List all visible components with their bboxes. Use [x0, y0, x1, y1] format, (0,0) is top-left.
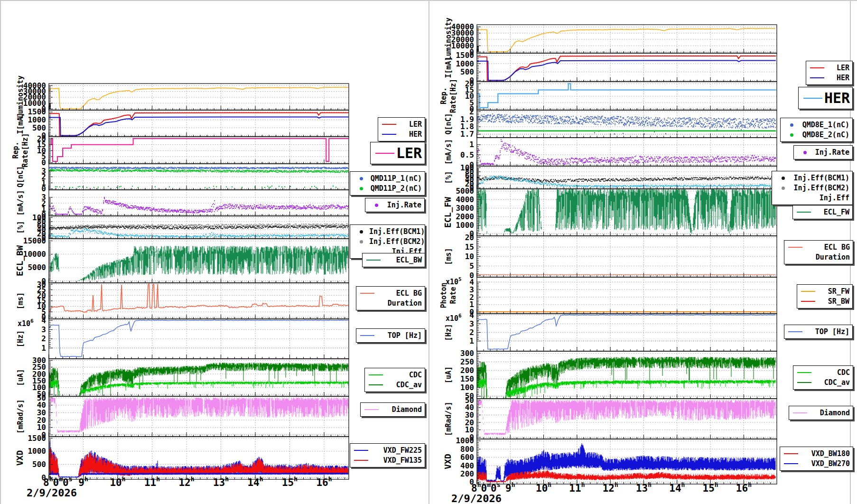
legend-dot-marker: [775, 177, 791, 180]
legend-line-marker: [368, 374, 384, 375]
legend-line-marker: [353, 450, 369, 451]
legend-label: SR_BW: [816, 297, 849, 306]
legend-label: Inj.Eff(BCM1): [791, 174, 849, 182]
legend-label: Inj.Rate: [384, 201, 421, 209]
legend-item: Inj.Eff(BCM1): [353, 227, 422, 236]
legend-item: QMD8E_2(nC): [783, 131, 849, 139]
y-tick-label: 1000: [456, 221, 474, 230]
legend-item: ECL BG: [787, 243, 850, 252]
legend-item: TOP [Hz]: [359, 331, 422, 340]
legend-item: VXD_BW180: [783, 449, 850, 458]
legend-diamond: Diamond: [789, 406, 853, 420]
legend-sr-fw: SR_FWSR_BW: [797, 284, 853, 308]
legend-label: LER: [825, 64, 849, 72]
legend-label: LER: [396, 145, 422, 161]
legend-label: SR_FW: [816, 287, 849, 296]
subplot-inj-rate: 00.51[mA/s]: [444, 138, 777, 169]
y-tick-label: 600: [460, 453, 474, 462]
y-tick-label: 50: [465, 396, 474, 405]
legend-label: Inj.Rate: [813, 148, 849, 157]
legend-line-marker: [800, 291, 816, 292]
y-tick-label: 2: [469, 328, 474, 337]
legend-item: Inj.Eff(BCM1): [775, 174, 849, 182]
legend-label: Inj.Eff: [791, 194, 849, 202]
legend-qmd8e-1-nc-: QMD8E_1(nC)QMD8E_2(nC): [780, 118, 853, 142]
legend-item: CDC_av: [796, 378, 850, 387]
legend-ecl-fw: ECL_FW: [792, 205, 853, 219]
y-tick-label: 10: [465, 252, 474, 261]
legend-dot-marker: [353, 187, 369, 190]
legend-dot-marker: [797, 151, 813, 154]
y-axis-title: Photon: [439, 282, 448, 308]
legend-label: QMD11P_2(nC): [369, 184, 422, 193]
legend-item: LER: [381, 120, 422, 129]
y-tick-label: 100: [460, 383, 474, 392]
right-plot-canvas: 010000200003000040000Luminosity050010001…: [0, 0, 857, 504]
legend-ecl-bg: ECL BGDuration: [356, 286, 425, 310]
legend-line-marker: [796, 212, 812, 213]
legend-ecl-bg: ECL BGDuration: [784, 240, 853, 264]
legend-label: HER: [397, 130, 422, 139]
subplot-rep-rate: 05101520Rep.Rate[Hz]: [439, 79, 777, 113]
y-tick-label: 5: [469, 261, 474, 271]
legend-dot-marker: [368, 204, 384, 207]
legend-item: Inj.Eff(BCM2): [353, 237, 422, 246]
legend-vxd-fw225: VXD_FW225VXD_FW135: [350, 443, 425, 467]
legend-line-marker: [787, 247, 803, 248]
legend-dot-marker: [783, 123, 800, 127]
legend-dot-marker: [353, 177, 369, 180]
legend-item: LER: [373, 145, 422, 161]
y-tick-label: 1: [469, 140, 474, 149]
y-tick-label: 200: [460, 469, 474, 478]
y-axis-title: Rate[Hz]: [449, 79, 457, 113]
legend-label: TOP [Hz]: [803, 327, 849, 336]
legend-label: CDC: [812, 368, 850, 377]
legend-label: VXD_BW270: [799, 459, 850, 468]
subplot-cdc-current: 50100150200250300[uA]: [444, 349, 777, 401]
legend-line-marker: [787, 331, 803, 332]
legend-label: ECL BG: [375, 289, 422, 298]
legend-cdc: CDCCDC_av: [364, 368, 425, 392]
legend-label: ECL_FW: [812, 208, 849, 216]
legend-item: Inj.Rate: [368, 201, 421, 209]
legend-item: Inj.Eff: [775, 194, 849, 202]
legend-item: Duration: [359, 299, 422, 308]
legend-ler: LERHER: [378, 117, 425, 141]
legend-line-marker: [796, 372, 812, 373]
legend-item: ECL_BW: [365, 256, 422, 264]
legend-inj-eff-bcm1-: Inj.Eff(BCM1)Inj.Eff(BCM2)Inj.Eff: [772, 171, 853, 205]
axis-multiplier-label: x106: [446, 313, 462, 323]
legend-item: VXD_FW225: [353, 446, 422, 455]
legend-label: TOP [Hz]: [375, 331, 422, 340]
legend-item: Inj.Rate: [797, 148, 849, 157]
y-axis-title: [mA/s]: [444, 139, 453, 165]
legend-label: ECL BG: [803, 243, 850, 252]
y-tick-label: 40000: [451, 22, 474, 31]
y-tick-label: 800: [460, 445, 474, 454]
axis-multiplier-label: x105: [446, 276, 462, 286]
y-tick-label: 0: [469, 477, 474, 486]
y-tick-label: 1500: [456, 51, 474, 60]
legend-item: Diamond: [792, 409, 850, 417]
y-axis-title: [%]: [444, 171, 453, 184]
subplot-top-rate: 1234[Hz]x106: [444, 311, 777, 351]
legend-line-marker: [368, 384, 384, 385]
legend-line-marker: [809, 67, 825, 68]
legend-item: VXD_BW270: [783, 459, 850, 468]
legend-label: Inj.Eff(BCM2): [369, 237, 425, 246]
y-tick-label: 300: [460, 349, 474, 358]
y-axis-title: [ms]: [444, 248, 453, 265]
legend-line-marker: [381, 134, 397, 135]
legend-label: Inj.Eff(BCM1): [369, 227, 425, 236]
subplot-beam-current: 050010001500I[mA]: [444, 51, 777, 85]
legend-item: CDC_av: [368, 381, 422, 389]
y-tick-label: 100: [460, 163, 474, 172]
legend-label: VXD_BW180: [799, 449, 850, 458]
y-tick-label: 15: [465, 243, 474, 252]
legend-label: QMD11P_1(nC): [369, 174, 422, 183]
legend-dot-marker: [353, 230, 369, 233]
legend-ler: LERHER: [806, 61, 853, 85]
y-axis-title: [uA]: [444, 366, 453, 383]
legend-item: HER: [381, 130, 422, 139]
legend-item: CDC: [796, 368, 850, 377]
